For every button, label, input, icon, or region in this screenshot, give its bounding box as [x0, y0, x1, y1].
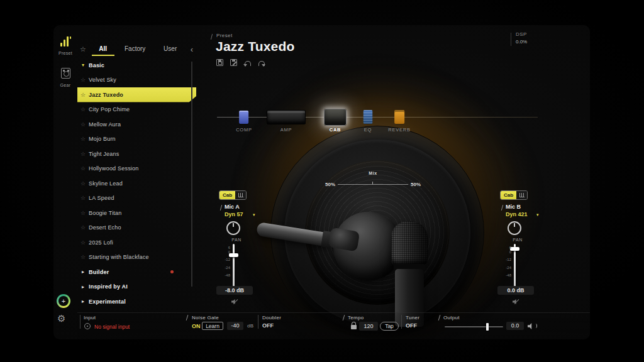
doubler-value[interactable]: OFF	[262, 322, 274, 329]
chain-eq[interactable]: EQ	[364, 108, 373, 133]
tempo-tap-button[interactable]: Tap	[380, 322, 399, 331]
favorite-star-icon[interactable]: ☆	[77, 254, 89, 260]
preset-item-jazz-tuxedo[interactable]: ☆Jazz Tuxedo	[77, 87, 196, 102]
mic-a-fader-handle[interactable]	[229, 253, 238, 257]
favorite-star-icon[interactable]: ☆	[77, 121, 89, 128]
mic-b-model-select[interactable]: Dyn 421	[506, 211, 528, 217]
fader-tick-label: -24	[214, 266, 230, 270]
preset-item-tight-jeans[interactable]: ☆Tight Jeans	[77, 146, 196, 162]
preset-item-mellow-aura[interactable]: ☆Mellow Aura	[77, 117, 196, 132]
redo-icon[interactable]	[258, 59, 265, 66]
fader-track[interactable]	[233, 244, 235, 290]
settings-gear-icon[interactable]: ⚙	[57, 313, 65, 324]
cab-toggle-button[interactable]: Cab	[501, 191, 516, 199]
rail-gear-button[interactable]: Gear	[53, 68, 77, 87]
plugin-window: Preset Gear + ⚙ ☆ AllFactoryUser ‹ ▾Basi…	[53, 25, 590, 339]
chain-cab[interactable]: CAB	[324, 108, 347, 133]
preset-category-builder[interactable]: ▸Builder	[77, 265, 196, 280]
dsp-value: 0.0%	[516, 39, 527, 45]
preset-category-basic[interactable]: ▾Basic	[77, 58, 196, 73]
output-slider-handle[interactable]	[486, 323, 489, 331]
preset-item-starting-with-blackface[interactable]: ☆Starting with Blackface	[77, 250, 196, 265]
ir-toggle-button[interactable]	[235, 191, 246, 199]
tab-user[interactable]: User	[153, 43, 188, 56]
favorite-star-icon[interactable]: ☆	[77, 210, 89, 216]
mic-a-pan-label: PAN	[214, 238, 259, 242]
fader-tick-label: -24	[495, 266, 511, 270]
favorites-filter-star-icon[interactable]: ☆	[77, 45, 89, 53]
preset-item-mojo-burn[interactable]: ☆Mojo Burn	[77, 132, 196, 147]
preset-icon	[60, 36, 71, 47]
favorite-star-icon[interactable]: ☆	[77, 77, 89, 83]
preset-item-skyline-lead[interactable]: ☆Skyline Lead	[77, 176, 196, 191]
sidebar-scrollbar[interactable]	[191, 62, 192, 287]
add-preset-button[interactable]: +	[57, 294, 70, 308]
chain-reverb[interactable]: REVERB	[388, 108, 411, 133]
mic-b-panel: Cab Mic B Dyn 421 ▾ PAN 60-12-24-48 0.0 …	[495, 190, 540, 310]
save-as-icon[interactable]	[230, 59, 237, 66]
ir-toggle-button[interactable]	[516, 191, 527, 199]
chevron-down-icon[interactable]: ▾	[253, 212, 255, 217]
mix-slider[interactable]	[338, 184, 408, 185]
mic-b-pan-label: PAN	[495, 238, 540, 242]
preset-category-experimental[interactable]: ▸Experimental	[77, 294, 196, 309]
fader-track[interactable]	[514, 244, 516, 290]
output-slider[interactable]	[445, 326, 503, 327]
mic-a-pan-knob[interactable]	[226, 221, 240, 235]
favorite-star-icon[interactable]: ☆	[77, 195, 89, 201]
mic-a-level-value[interactable]: -8.0 dB	[216, 286, 253, 295]
preset-item-boogie-titan[interactable]: ☆Boogie Titan	[77, 206, 196, 221]
chain-comp[interactable]: COMP	[236, 108, 252, 133]
favorite-star-icon[interactable]: ☆	[77, 136, 89, 142]
preset-item-velvet-sky[interactable]: ☆Velvet Sky	[77, 73, 196, 88]
chevron-down-icon[interactable]: ▾	[536, 212, 539, 217]
favorite-star-icon[interactable]: ☆	[77, 165, 89, 172]
preset-label: Jazz Tuxedo	[89, 92, 123, 98]
preset-item-la-speed[interactable]: ☆LA Speed	[77, 191, 196, 206]
fader-tick-label: 6	[495, 246, 511, 250]
input-status: No signal input	[94, 324, 130, 330]
tab-all[interactable]: All	[89, 43, 118, 56]
tempo-lock-icon[interactable]	[351, 325, 357, 329]
noise-gate-on-toggle[interactable]: ON	[192, 323, 201, 329]
rail-gear-label: Gear	[53, 83, 77, 87]
noise-gate-unit: dB	[247, 323, 253, 329]
cab-toggle-button[interactable]: Cab	[219, 191, 235, 199]
output-speaker-icon[interactable]	[528, 322, 536, 329]
preset-item-hollywood-session[interactable]: ☆Hollywood Session	[77, 162, 196, 177]
sidebar-collapse-chevron-icon[interactable]: ‹	[188, 45, 196, 54]
preset-category-inspired-by-ai[interactable]: ▸Inspired by AI	[77, 280, 196, 295]
mic-b-level-value[interactable]: 0.0 dB	[497, 286, 534, 295]
output-value[interactable]: 0.0	[506, 322, 524, 330]
favorite-star-icon[interactable]: ☆	[77, 239, 89, 246]
favorite-star-icon[interactable]: ☆	[77, 151, 89, 157]
chain-amp[interactable]: AMP	[267, 108, 306, 133]
tuner-value[interactable]: OFF	[406, 322, 417, 329]
preset-item-city-pop-chime[interactable]: ☆City Pop Chime	[77, 102, 196, 118]
favorite-star-icon[interactable]: ☆	[77, 224, 89, 231]
favorite-star-icon[interactable]: ☆	[77, 92, 89, 98]
mic-b-fader-handle[interactable]	[510, 247, 519, 251]
undo-icon[interactable]	[244, 59, 251, 66]
dsp-label: DSP	[516, 31, 527, 37]
favorite-star-icon[interactable]: ☆	[77, 180, 89, 187]
mic-b-pan-knob[interactable]	[508, 221, 521, 235]
fader-tick-label: -48	[495, 273, 511, 277]
mute-icon[interactable]	[513, 299, 520, 305]
mic-b-fader[interactable]: 60-12-24-48	[495, 244, 540, 292]
noise-gate-learn-button[interactable]: Learn	[202, 322, 223, 330]
preset-item-desert-echo[interactable]: ☆Desert Echo	[77, 221, 196, 236]
mic-a-fader[interactable]: 60-12-24-48	[214, 244, 259, 292]
tempo-bpm-value[interactable]: 120	[359, 322, 378, 331]
noise-gate-threshold[interactable]: -40	[227, 322, 243, 330]
mic-a-model-select[interactable]: Dyn 57	[225, 211, 243, 217]
mute-icon[interactable]	[231, 299, 239, 305]
favorite-star-icon[interactable]: ☆	[77, 106, 89, 112]
mix-slider-handle[interactable]	[372, 182, 373, 184]
tabs-host: AllFactoryUser	[89, 43, 188, 56]
rail-preset-button[interactable]: Preset	[53, 36, 77, 55]
preset-item-2025-lofi[interactable]: ☆2025 Lofi	[77, 235, 196, 250]
fader-tick-label: -48	[214, 273, 230, 277]
tab-factory[interactable]: Factory	[118, 43, 153, 56]
save-icon[interactable]	[216, 59, 223, 66]
